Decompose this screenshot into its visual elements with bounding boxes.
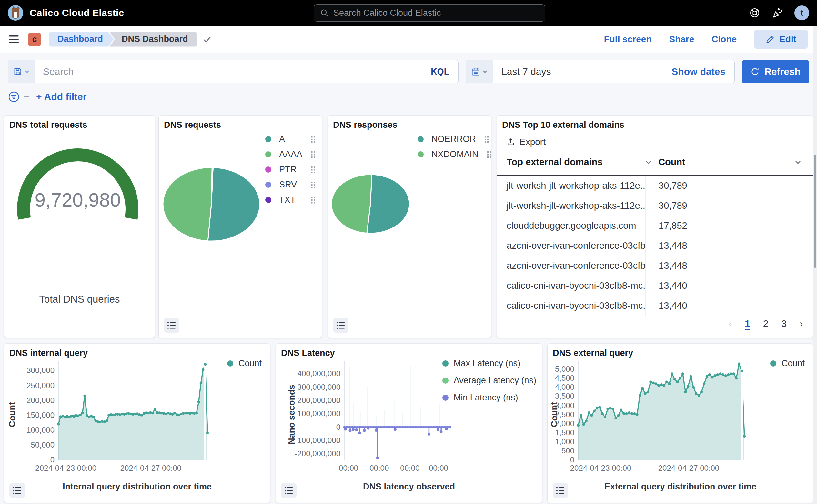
pie-slice[interactable] — [163, 167, 212, 241]
count-cell: 30,789 — [645, 196, 813, 216]
breadcrumb: Dashboard DNS Dashboard — [49, 32, 212, 47]
panel-title: DNS internal query — [9, 348, 88, 358]
space-avatar[interactable]: c — [28, 33, 41, 46]
table-row[interactable]: calico-cni-ivan-byocni-03cfb8-mc...13,44… — [497, 296, 813, 316]
legend-item[interactable]: A — [265, 134, 316, 144]
pagination-prev[interactable]: ‹ — [729, 318, 732, 329]
svg-text:00:00: 00:00 — [339, 464, 358, 472]
chevron-down-icon — [25, 69, 30, 74]
news-party-popper-icon[interactable] — [772, 7, 783, 18]
top-app-bar: Calico Cloud Elastic t — [0, 0, 817, 26]
legend-actions-icon[interactable] — [311, 136, 316, 143]
legend-actions-icon[interactable] — [311, 166, 316, 173]
add-filter-button[interactable]: + Add filter — [36, 91, 86, 102]
legend-actions-icon[interactable] — [311, 181, 316, 188]
panel-list-button[interactable] — [164, 318, 179, 333]
legend-item[interactable]: PTR — [265, 165, 316, 175]
svg-text:2024-04-23 00:00: 2024-04-23 00:00 — [35, 464, 96, 472]
panel-dns-internal-query: DNS internal query Count Count 050,00010… — [4, 344, 270, 503]
svg-text:200,000: 200,000 — [26, 396, 55, 405]
legend: AAAAAPTRSRVTXT — [265, 134, 316, 205]
legend-actions-icon[interactable] — [311, 151, 316, 158]
legend-actions-icon[interactable] — [487, 151, 492, 158]
pie-slice[interactable] — [208, 167, 260, 241]
pie-slice[interactable] — [331, 175, 372, 233]
panel-dns-top-domains: DNS Top 10 external domains Export Top e… — [497, 116, 813, 338]
panel-title: DNS Latency — [281, 348, 335, 358]
panel-dns-total-requests: DNS total requests 9,720,980 Total DNS q… — [4, 116, 155, 338]
count-cell: 13,440 — [645, 296, 813, 316]
export-button[interactable]: Export — [507, 137, 546, 147]
help-icon[interactable] — [749, 7, 760, 18]
legend-dot-icon — [418, 151, 424, 157]
legend-actions-icon[interactable] — [311, 197, 316, 204]
saved-query-menu[interactable] — [8, 60, 35, 83]
quick-date-menu[interactable] — [466, 60, 493, 83]
table-row[interactable]: jlt-worksh-jlt-workshop-aks-112e...30,78… — [497, 196, 813, 216]
list-icon — [284, 486, 293, 495]
legend-item[interactable]: AAAA — [265, 149, 316, 159]
pagination-next[interactable]: › — [800, 318, 803, 329]
legend-dot-icon — [265, 197, 271, 203]
breadcrumb-dashboard[interactable]: Dashboard — [49, 32, 114, 47]
list-icon — [13, 486, 22, 495]
page-scrollbar-thumb[interactable] — [814, 155, 816, 268]
menu-hamburger-icon[interactable] — [9, 35, 20, 44]
column-header-count[interactable]: Count — [658, 157, 802, 167]
time-range-value[interactable]: Last 7 days — [493, 66, 671, 77]
column-header-domains[interactable]: Top external domains — [507, 157, 652, 167]
svg-text:4,000: 4,000 — [555, 383, 574, 391]
query-input-shell: KQL — [8, 60, 459, 83]
divider — [497, 153, 813, 153]
svg-text:2024-04-27 00:00: 2024-04-27 00:00 — [658, 464, 720, 472]
legend-item[interactable]: TXT — [265, 195, 316, 205]
table-row[interactable]: azcni-over-ivan-conference-03cfb...13,44… — [497, 236, 813, 256]
legend-dot-icon — [265, 182, 271, 188]
global-search[interactable] — [314, 4, 545, 22]
legend-item[interactable]: SRV — [265, 180, 316, 190]
legend-label: NOERROR — [431, 134, 476, 144]
svg-text:-200,000,000: -200,000,000 — [295, 449, 340, 458]
full-screen-link[interactable]: Full screen — [604, 34, 652, 45]
panel-list-button[interactable] — [9, 483, 25, 498]
pie-slice[interactable] — [367, 175, 409, 233]
share-link[interactable]: Share — [669, 34, 694, 45]
dashboard-toolbar: c Dashboard DNS Dashboard Full screen Sh… — [0, 26, 817, 53]
pencil-icon — [766, 35, 775, 44]
edit-button-label: Edit — [779, 34, 796, 45]
legend-item[interactable]: NOERROR — [418, 134, 485, 144]
svg-text:2024-04-27 00:00: 2024-04-27 00:00 — [120, 464, 182, 472]
filter-menu-icon[interactable] — [8, 91, 20, 103]
pagination-page-3[interactable]: 3 — [781, 318, 787, 329]
table-body: jlt-worksh-jlt-workshop-aks-112e...30,78… — [497, 176, 813, 316]
save-icon — [13, 67, 22, 76]
calico-logo — [8, 5, 23, 21]
user-avatar[interactable]: t — [794, 5, 809, 20]
table-row[interactable]: azcni-over-ivan-conference-03cfb...13,44… — [497, 256, 813, 276]
panel-list-button[interactable] — [333, 318, 348, 333]
dashboard-grid: DNS total requests 9,720,980 Total DNS q… — [0, 116, 817, 504]
clone-link[interactable]: Clone — [711, 34, 737, 45]
panel-list-button[interactable] — [553, 483, 568, 498]
kql-syntax-button[interactable]: KQL — [431, 67, 458, 77]
global-search-input[interactable] — [333, 8, 539, 18]
refresh-button[interactable]: Refresh — [742, 60, 809, 83]
table-row[interactable]: clouddebugger.googleapis.com17,852 — [497, 216, 813, 236]
pagination-page-1[interactable]: 1 — [745, 318, 750, 329]
table-row[interactable]: calico-cni-ivan-byocni-03cfb8-mc...13,44… — [497, 276, 813, 296]
legend-item[interactable]: NXDOMAIN — [418, 149, 485, 159]
legend-actions-icon[interactable] — [484, 136, 489, 143]
show-dates-button[interactable]: Show dates — [671, 66, 734, 77]
svg-text:2,500: 2,500 — [555, 410, 574, 419]
list-icon — [167, 321, 176, 329]
kql-search-input[interactable] — [35, 66, 431, 77]
pagination-page-2[interactable]: 2 — [763, 318, 769, 329]
count-cell: 13,448 — [645, 256, 813, 276]
page-scrollbar[interactable] — [813, 26, 817, 504]
table-row[interactable]: jlt-worksh-jlt-workshop-aks-112e...30,78… — [497, 176, 813, 196]
panel-list-button[interactable] — [281, 483, 297, 498]
legend-dot-icon — [265, 151, 271, 157]
filter-bar-divider — [24, 96, 29, 97]
edit-button[interactable]: Edit — [754, 30, 808, 49]
svg-text:300,000,000: 300,000,000 — [298, 383, 340, 391]
